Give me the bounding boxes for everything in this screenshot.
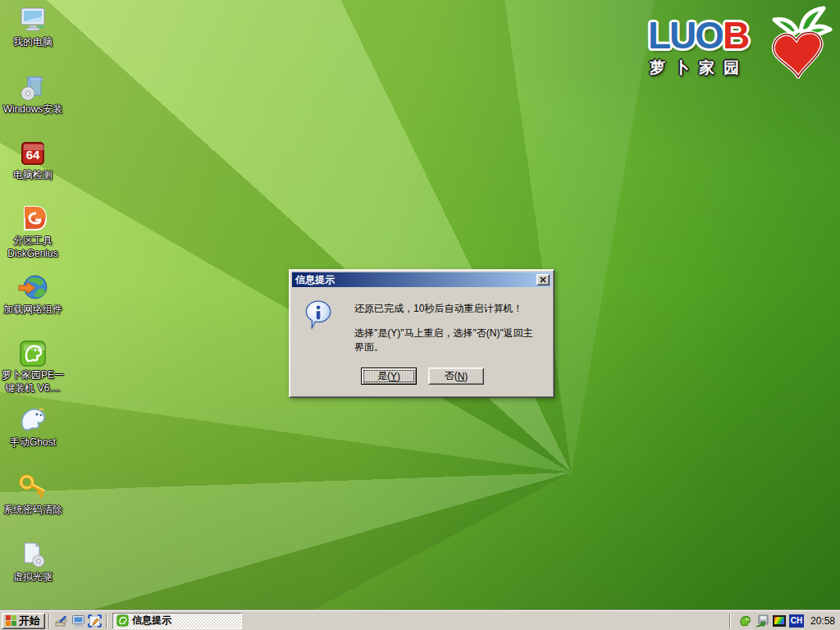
manual-ghost-icon	[0, 404, 66, 435]
desktop-icon-label: 手动Ghost	[0, 436, 66, 448]
desktop-icon-manual-ghost[interactable]: 手动Ghost	[0, 404, 66, 450]
display-settings-icon	[88, 614, 102, 628]
desktop-icon-label: Windows安装	[0, 103, 66, 115]
desktop-icon-label: 萝卜家园PE一	[0, 369, 66, 381]
desktop-icon-label: 系统密码清除	[0, 504, 66, 515]
dialog-message-line1: 还原已完成，10秒后自动重启计算机！	[354, 302, 540, 316]
language-indicator[interactable]: CH	[789, 614, 804, 628]
logo-text-blue: LUO	[648, 14, 723, 57]
network-components-icon	[0, 271, 66, 302]
start-button-label: 开始	[19, 614, 40, 628]
luobo-logo: LUOB 萝卜家园	[648, 7, 829, 82]
tray-divider	[729, 614, 731, 628]
desktop-icon-diskgenius[interactable]: 分区工具 DiskGenius	[0, 202, 66, 259]
task-button-label: 信息提示	[132, 614, 171, 628]
start-button[interactable]: 开始	[2, 613, 45, 629]
desktop-icon-label: 分区工具	[0, 235, 66, 246]
desktop-icon-virtual-cd[interactable]: 虚拟光驱	[0, 538, 66, 584]
taskbar-clock[interactable]: 20:58	[810, 615, 835, 627]
task-button-info-dialog[interactable]: 信息提示	[112, 613, 242, 629]
svg-text:64: 64	[26, 148, 40, 162]
my-computer-icon	[0, 3, 66, 34]
taskbar-divider	[106, 614, 107, 628]
dialog-titlebar[interactable]: 信息提示	[292, 272, 551, 287]
desktop-icon-network[interactable]: 加载网络组件	[0, 271, 66, 317]
desktop-icon-label: 电脑检测	[0, 169, 66, 180]
info-dialog: 信息提示	[289, 269, 555, 398]
windows-install-icon	[0, 71, 66, 102]
display-settings-button[interactable]	[86, 613, 103, 629]
desktop-icon-windows-install[interactable]: Windows安装	[0, 71, 66, 116]
show-desktop-icon	[55, 614, 69, 628]
yes-button[interactable]: 是(Y)	[361, 368, 417, 385]
diskgenius-icon	[0, 202, 66, 233]
tray-luobo-ghost-icon[interactable]	[737, 614, 752, 628]
taskbar-divider	[48, 614, 50, 628]
taskbar: 开始	[0, 610, 840, 630]
dialog-message-line2: 选择"是(Y)"马上重启，选择"否(N)"返回主界面。	[354, 326, 540, 354]
desktop-icon-password-clear[interactable]: 系统密码清除	[0, 471, 66, 517]
no-button[interactable]: 否(N)	[428, 368, 484, 385]
virtual-cd-icon	[0, 538, 66, 569]
quick-launch-computer-button[interactable]	[70, 613, 86, 629]
password-clear-key-icon	[0, 471, 66, 502]
luobo-pe-task-icon	[116, 614, 129, 627]
desktop: LUOB 萝卜家园 我的电脑	[0, 0, 840, 630]
desktop-icon-pc-check[interactable]: 64 电脑检测	[0, 136, 66, 182]
desktop-icon-label: 加载网络组件	[0, 304, 66, 315]
show-desktop-button[interactable]	[53, 613, 70, 629]
radish-icon	[765, 3, 833, 79]
desktop-icon-my-computer[interactable]: 我的电脑	[0, 3, 66, 49]
system-tray: CH 20:58	[726, 611, 838, 630]
logo-subtitle: 萝卜家园	[650, 57, 748, 79]
tray-ghost-backup-icon[interactable]	[756, 614, 769, 628]
desktop-icon-luobo-pe[interactable]: 萝卜家园PE一 键装机 V6....	[0, 336, 66, 394]
dialog-body: 还原已完成，10秒后自动重启计算机！ 选择"是(Y)"马上重启，选择"否(N)"…	[292, 287, 551, 395]
info-balloon-icon	[305, 299, 331, 333]
luobo-pe-icon	[0, 336, 66, 368]
pc-check-64-icon: 64	[0, 136, 66, 167]
dialog-title: 信息提示	[295, 273, 335, 287]
tray-display-icon[interactable]	[773, 615, 786, 627]
dialog-close-button[interactable]	[536, 274, 550, 285]
desktop-icon-label: 我的电脑	[0, 36, 66, 48]
computer-icon	[71, 614, 85, 628]
logo-text-red: B	[723, 14, 748, 57]
close-icon	[540, 277, 546, 283]
desktop-icon-label: 虚拟光驱	[0, 571, 66, 582]
start-logo-icon	[6, 615, 16, 626]
logo-wordmark: LUOB	[648, 16, 748, 54]
